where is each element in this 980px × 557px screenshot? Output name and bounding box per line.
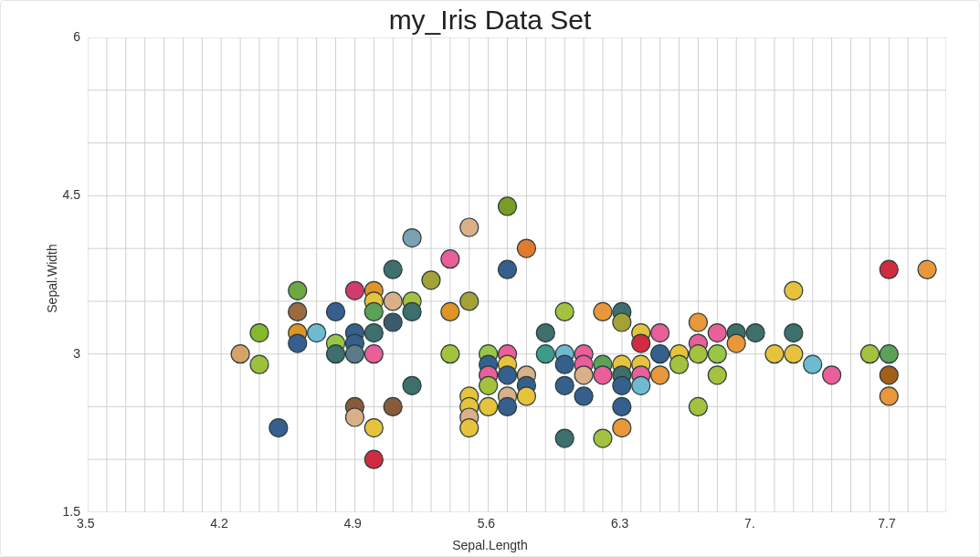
scatter-point[interactable] (689, 397, 707, 415)
y-axis-label: Sepal.Width (45, 244, 59, 312)
x-tick-label: 4.9 (343, 516, 361, 531)
scatter-point[interactable] (632, 334, 650, 352)
scatter-point[interactable] (499, 260, 517, 278)
scatter-point[interactable] (460, 292, 479, 310)
y-tick-label: 6 (73, 29, 80, 44)
scatter-point[interactable] (708, 345, 726, 363)
scatter-point[interactable] (689, 345, 707, 363)
scatter-point[interactable] (785, 345, 803, 363)
scatter-point[interactable] (689, 313, 707, 331)
chart-container: my_Iris Data Set Sepal.Width Sepal.Lengt… (0, 0, 980, 557)
scatter-point[interactable] (308, 324, 326, 342)
scatter-point[interactable] (460, 419, 479, 437)
scatter-point[interactable] (613, 419, 631, 437)
scatter-point[interactable] (574, 366, 593, 384)
scatter-point[interactable] (364, 450, 383, 468)
x-tick-label: 5.6 (478, 516, 495, 531)
scatter-point[interactable] (746, 324, 764, 342)
scatter-point[interactable] (918, 260, 936, 278)
scatter-point[interactable] (651, 345, 669, 363)
chart-title: my_Iris Data Set (1, 5, 979, 36)
scatter-point[interactable] (555, 355, 574, 373)
x-tick-label: 4.2 (210, 516, 227, 531)
scatter-point[interactable] (250, 355, 269, 373)
scatter-point[interactable] (613, 313, 631, 331)
scatter-point[interactable] (403, 229, 421, 247)
x-tick-label: 6.3 (611, 516, 628, 531)
scatter-point[interactable] (479, 397, 498, 415)
scatter-point[interactable] (231, 345, 249, 363)
scatter-point[interactable] (441, 250, 459, 268)
scatter-point[interactable] (422, 271, 440, 289)
scatter-point[interactable] (670, 355, 689, 373)
x-tick-label: 7. (744, 516, 755, 531)
x-axis-label: Sepal.Length (1, 538, 979, 552)
scatter-point[interactable] (499, 366, 517, 384)
scatter-point[interactable] (651, 366, 669, 384)
scatter-point[interactable] (403, 376, 421, 394)
scatter-point[interactable] (880, 345, 898, 363)
scatter-point[interactable] (269, 419, 288, 437)
plot-svg (88, 37, 946, 512)
scatter-point[interactable] (823, 366, 841, 384)
scatter-point[interactable] (555, 302, 574, 321)
y-tick-label: 4.5 (63, 187, 80, 202)
scatter-point[interactable] (536, 324, 554, 342)
scatter-point[interactable] (765, 345, 784, 363)
scatter-point[interactable] (727, 334, 745, 352)
scatter-point[interactable] (517, 239, 535, 257)
scatter-point[interactable] (289, 302, 307, 321)
scatter-point[interactable] (384, 292, 402, 310)
scatter-point[interactable] (441, 302, 459, 321)
scatter-point[interactable] (594, 302, 612, 321)
scatter-point[interactable] (327, 302, 345, 321)
scatter-point[interactable] (289, 334, 307, 352)
x-tick-label: 3.5 (77, 516, 94, 531)
scatter-point[interactable] (499, 397, 517, 415)
scatter-point[interactable] (708, 324, 726, 342)
scatter-point[interactable] (880, 260, 898, 278)
scatter-point[interactable] (364, 345, 383, 363)
scatter-point[interactable] (384, 313, 402, 331)
scatter-point[interactable] (345, 408, 364, 426)
scatter-point[interactable] (632, 376, 650, 394)
scatter-point[interactable] (651, 324, 669, 342)
scatter-point[interactable] (880, 366, 898, 384)
scatter-point[interactable] (613, 376, 631, 394)
scatter-point[interactable] (613, 397, 631, 415)
scatter-point[interactable] (555, 429, 574, 447)
scatter-point[interactable] (860, 345, 879, 363)
scatter-point[interactable] (345, 281, 364, 300)
scatter-point[interactable] (289, 281, 307, 300)
scatter-point[interactable] (460, 218, 479, 236)
x-tick-label: 7.7 (878, 516, 895, 531)
y-tick-label: 3 (73, 346, 80, 361)
scatter-point[interactable] (536, 345, 554, 363)
scatter-point[interactable] (708, 366, 726, 384)
scatter-point[interactable] (555, 376, 574, 394)
scatter-point[interactable] (499, 197, 517, 215)
scatter-point[interactable] (364, 419, 383, 437)
scatter-point[interactable] (384, 260, 402, 278)
scatter-point[interactable] (785, 324, 803, 342)
scatter-point[interactable] (594, 429, 612, 447)
scatter-point[interactable] (364, 324, 383, 342)
scatter-point[interactable] (804, 355, 822, 373)
scatter-point[interactable] (403, 302, 421, 321)
gridlines (88, 37, 946, 512)
scatter-point[interactable] (327, 345, 345, 363)
scatter-point[interactable] (517, 387, 535, 405)
scatter-point[interactable] (441, 345, 459, 363)
scatter-point[interactable] (574, 387, 593, 405)
scatter-point[interactable] (364, 302, 383, 321)
scatter-point[interactable] (345, 345, 364, 363)
scatter-point[interactable] (479, 376, 498, 394)
scatter-point[interactable] (594, 366, 612, 384)
scatter-point[interactable] (384, 397, 402, 415)
scatter-point[interactable] (785, 281, 803, 300)
scatter-point[interactable] (880, 387, 898, 405)
scatter-point[interactable] (250, 324, 269, 342)
